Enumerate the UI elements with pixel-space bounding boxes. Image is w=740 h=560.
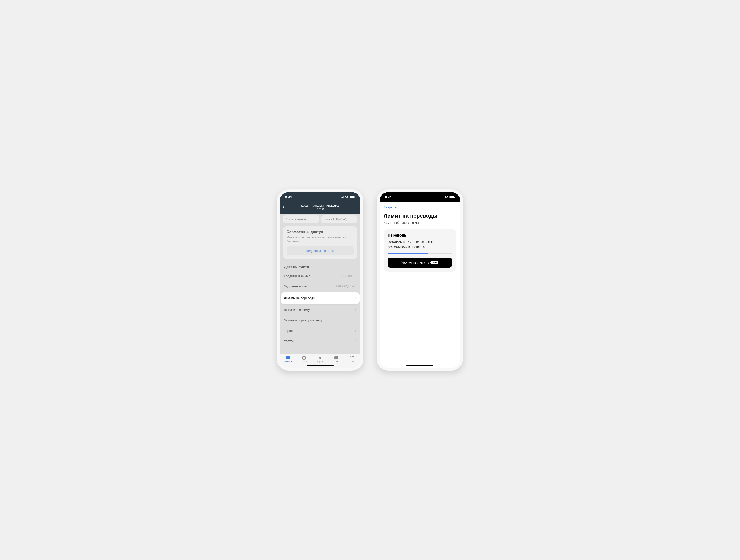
svg-rect-11 xyxy=(350,356,351,357)
limit-content: Закрыть Лимит на переводы Лимиты обновят… xyxy=(379,202,460,363)
chevron-right-icon: › xyxy=(355,339,356,343)
shared-desc: Можете пользоваться этим счетом вместе с… xyxy=(287,235,354,243)
row-credit-limit[interactable]: Кредитный лимит 150 000 ₽ xyxy=(283,271,357,281)
signal-icon xyxy=(340,196,344,199)
card-title: Переводы xyxy=(388,233,452,238)
chevron-right-icon: › xyxy=(355,318,356,322)
chevron-right-icon: › xyxy=(355,296,356,300)
limit-remaining: Осталось 18 750 ₽ из 50 000 ₽ xyxy=(388,240,452,245)
signal-icon xyxy=(440,196,444,199)
row-label: Тариф xyxy=(284,329,294,333)
row-label: Выписка по счету xyxy=(284,308,310,312)
details-section-title: Детали счета xyxy=(283,262,357,271)
home-indicator[interactable] xyxy=(379,363,460,368)
row-value: 149 992,30 ₽ xyxy=(336,285,354,288)
row-label: Кредитный лимит xyxy=(284,274,310,278)
account-content: Для пополнения www.tinkoff.ru/rm/g… Совм… xyxy=(280,214,361,354)
row-label: Услуги xyxy=(284,339,294,343)
row-tariff[interactable]: Тариф › xyxy=(283,326,357,336)
svg-point-9 xyxy=(302,356,306,359)
svg-rect-7 xyxy=(286,356,290,359)
tab-label: Еще xyxy=(350,361,354,363)
close-button[interactable]: Закрыть xyxy=(384,205,456,209)
tab-home[interactable]: Главная xyxy=(280,355,296,363)
shared-title: Совместный доступ xyxy=(287,230,354,234)
svg-rect-20 xyxy=(454,197,455,198)
status-time: 9:41 xyxy=(285,195,292,199)
svg-rect-16 xyxy=(442,197,442,199)
home-icon xyxy=(285,355,290,360)
tab-payments[interactable]: Платежи xyxy=(296,355,312,363)
chip-link[interactable]: www.tinkoff.ru/rm/g… xyxy=(321,215,357,223)
svg-rect-1 xyxy=(341,197,342,199)
row-value: 150 000 ₽ xyxy=(342,274,357,278)
back-icon[interactable]: ‹ xyxy=(282,203,285,210)
tab-city[interactable]: Город xyxy=(312,355,328,363)
svg-rect-17 xyxy=(443,196,444,199)
tab-label: Платежи xyxy=(300,361,308,363)
status-time: 9:41 xyxy=(385,195,392,199)
row-transfer-limits[interactable]: Лимиты на переводы › xyxy=(281,293,360,304)
battery-icon xyxy=(449,196,455,199)
page-subtitle: Лимиты обновятся 6 мая xyxy=(384,221,456,224)
account-balance: 7,70 ₽ xyxy=(283,208,357,211)
limit-note: без комиссии и процентов xyxy=(388,245,452,249)
tab-more[interactable]: Еще xyxy=(344,355,361,363)
chevron-right-icon: › xyxy=(355,284,356,289)
tab-label: Город xyxy=(317,361,323,363)
row-label: Задолженность xyxy=(284,285,307,288)
row-label: Лимиты на переводы xyxy=(284,296,315,300)
svg-rect-14 xyxy=(440,198,440,199)
row-label: Заказать справку по счету xyxy=(284,319,322,322)
wifi-icon xyxy=(345,196,349,199)
tab-chat[interactable]: Чат xyxy=(328,355,344,363)
chevron-right-icon: › xyxy=(355,329,356,333)
more-icon xyxy=(350,355,355,360)
tab-bar: Главная Платежи Город Чат Еще xyxy=(280,354,361,363)
row-certificate[interactable]: Заказать справку по счету › xyxy=(283,315,357,326)
status-bar: 9:41 xyxy=(379,192,460,202)
shared-access-card: Совместный доступ Можете пользоваться эт… xyxy=(283,226,357,259)
svg-rect-12 xyxy=(352,356,353,357)
svg-rect-19 xyxy=(450,196,454,198)
button-label: Увеличить лимит с xyxy=(401,261,429,264)
tab-label: Чат xyxy=(335,361,338,363)
row-services[interactable]: Услуги › xyxy=(283,336,357,346)
status-bar: 9:41 xyxy=(280,192,361,202)
svg-rect-15 xyxy=(441,197,441,199)
svg-rect-6 xyxy=(355,197,355,198)
payments-icon xyxy=(301,355,306,360)
wifi-icon xyxy=(445,196,448,199)
pro-badge: PRO xyxy=(430,261,438,264)
row-debt[interactable]: Задолженность 149 992,30 ₽› xyxy=(283,281,357,292)
svg-rect-2 xyxy=(342,197,343,199)
phone-transfer-limit: 9:41 Закрыть Лимит на переводы Лимиты об… xyxy=(377,189,463,371)
chevron-right-icon: › xyxy=(355,308,356,312)
svg-rect-10 xyxy=(335,356,338,359)
home-indicator[interactable] xyxy=(280,363,361,368)
svg-rect-13 xyxy=(353,356,354,357)
tab-label: Главная xyxy=(284,361,292,363)
page-title: Лимит на переводы xyxy=(384,213,456,219)
chat-icon xyxy=(334,355,339,360)
phone-account-details: 9:41 ‹ Кредитная карта Тинькофф 7,70 ₽ Д… xyxy=(277,189,363,371)
svg-rect-5 xyxy=(350,196,354,198)
status-icons xyxy=(340,196,355,199)
progress-fill xyxy=(388,253,428,254)
status-icons xyxy=(440,196,455,199)
transfers-card: Переводы Осталось 18 750 ₽ из 50 000 ₽ б… xyxy=(384,229,456,271)
row-statement[interactable]: Выписка по счету › xyxy=(283,305,357,315)
share-account-button[interactable]: Поделиться счетом xyxy=(287,246,354,255)
svg-rect-3 xyxy=(343,196,344,199)
limit-progress xyxy=(388,253,452,254)
battery-icon xyxy=(350,196,355,199)
svg-rect-0 xyxy=(340,198,341,199)
account-header: ‹ Кредитная карта Тинькофф 7,70 ₽ xyxy=(280,202,361,214)
svg-rect-8 xyxy=(286,357,290,357)
account-title: Кредитная карта Тинькофф xyxy=(283,204,357,207)
increase-limit-button[interactable]: Увеличить лимит с PRO xyxy=(388,257,452,267)
chip-topup[interactable]: Для пополнения xyxy=(283,215,319,223)
city-icon xyxy=(317,355,322,360)
